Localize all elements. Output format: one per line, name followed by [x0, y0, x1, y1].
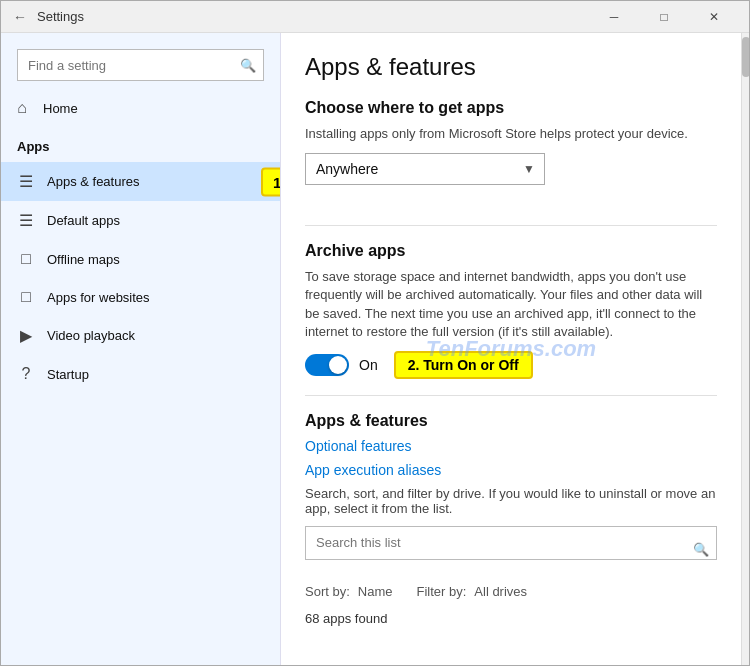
- toggle-row: On 2. Turn On or Off: [305, 351, 717, 379]
- apps-found: 68 apps found: [305, 611, 717, 626]
- minimize-button[interactable]: ─: [591, 1, 637, 33]
- choose-section-title: Choose where to get apps: [305, 99, 717, 117]
- scrollbar-track[interactable]: [741, 33, 749, 665]
- home-label: Home: [43, 101, 264, 116]
- video-playback-icon: ▶: [17, 326, 35, 345]
- close-button[interactable]: ✕: [691, 1, 737, 33]
- sidebar-item-offline-maps[interactable]: □ Offline maps: [1, 240, 280, 278]
- sidebar-item-apps-websites[interactable]: □ Apps for websites: [1, 278, 280, 316]
- search-list-wrapper: 🔍: [305, 526, 717, 572]
- archive-section-desc: To save storage space and internet bandw…: [305, 268, 717, 341]
- apps-features-icon: ☰: [17, 172, 35, 191]
- sidebar-item-home[interactable]: ⌂ Home: [1, 89, 280, 127]
- find-setting-input[interactable]: [17, 49, 264, 81]
- apps-features-section: Apps & features Optional features App ex…: [305, 412, 717, 626]
- back-icon[interactable]: ←: [13, 9, 27, 25]
- archive-section-title: Archive apps: [305, 242, 717, 260]
- main-content: TenForums.com Apps & features Choose whe…: [281, 33, 741, 665]
- anywhere-dropdown[interactable]: Anywhere Microsoft Store only Anywhere, …: [305, 153, 545, 185]
- apps-websites-label: Apps for websites: [47, 290, 264, 305]
- callout-turn-on-off: 2. Turn On or Off: [394, 351, 533, 379]
- choose-section-desc: Installing apps only from Microsoft Stor…: [305, 125, 717, 143]
- filter-value[interactable]: All drives: [474, 584, 527, 599]
- app-execution-link[interactable]: App execution aliases: [305, 462, 717, 478]
- sort-value[interactable]: Name: [358, 584, 393, 599]
- titlebar-left: ← Settings: [13, 9, 84, 25]
- apps-features-label: Apps & features: [47, 174, 264, 189]
- sidebar-section-label: Apps: [1, 127, 280, 162]
- sidebar-item-startup[interactable]: ? Startup: [1, 355, 280, 393]
- startup-icon: ?: [17, 365, 35, 383]
- optional-features-link[interactable]: Optional features: [305, 438, 717, 454]
- search-list-input[interactable]: [305, 526, 717, 560]
- sidebar-item-video-playback[interactable]: ▶ Video playback: [1, 316, 280, 355]
- startup-label: Startup: [47, 367, 264, 382]
- apps-websites-icon: □: [17, 288, 35, 306]
- search-wrapper: 🔍: [17, 49, 264, 81]
- settings-window: ← Settings ─ □ ✕ 🔍 ⌂ Home Apps ☰: [0, 0, 750, 666]
- titlebar: ← Settings ─ □ ✕: [1, 1, 749, 33]
- offline-maps-icon: □: [17, 250, 35, 268]
- toggle-on-label: On: [359, 357, 378, 373]
- offline-maps-label: Offline maps: [47, 252, 264, 267]
- scrollbar-thumb[interactable]: [742, 37, 749, 77]
- titlebar-controls: ─ □ ✕: [591, 1, 737, 33]
- default-apps-label: Default apps: [47, 213, 264, 228]
- sidebar: 🔍 ⌂ Home Apps ☰ Apps & features 1. Click…: [1, 33, 281, 665]
- page-title: Apps & features: [305, 53, 717, 81]
- filter-label: Filter by:: [416, 584, 466, 599]
- sort-label: Sort by:: [305, 584, 350, 599]
- default-apps-icon: ☰: [17, 211, 35, 230]
- archive-section: Archive apps To save storage space and i…: [305, 242, 717, 379]
- video-playback-label: Video playback: [47, 328, 264, 343]
- sidebar-header: 🔍: [1, 33, 280, 89]
- divider-2: [305, 395, 717, 396]
- search-sort-desc: Search, sort, and filter by drive. If yo…: [305, 486, 717, 516]
- apps-features-section-title: Apps & features: [305, 412, 717, 430]
- titlebar-title: Settings: [37, 9, 84, 24]
- toggle-knob: [329, 356, 347, 374]
- choose-section: Choose where to get apps Installing apps…: [305, 99, 717, 209]
- archive-toggle[interactable]: [305, 354, 349, 376]
- home-icon: ⌂: [13, 99, 31, 117]
- divider-1: [305, 225, 717, 226]
- maximize-button[interactable]: □: [641, 1, 687, 33]
- content-area: 🔍 ⌂ Home Apps ☰ Apps & features 1. Click…: [1, 33, 749, 665]
- sidebar-item-default-apps[interactable]: ☰ Default apps: [1, 201, 280, 240]
- dropdown-wrapper: Anywhere Microsoft Store only Anywhere, …: [305, 153, 545, 185]
- sort-filter-row: Sort by: Name Filter by: All drives: [305, 584, 717, 599]
- sidebar-item-apps-features[interactable]: ☰ Apps & features 1. Click on: [1, 162, 280, 201]
